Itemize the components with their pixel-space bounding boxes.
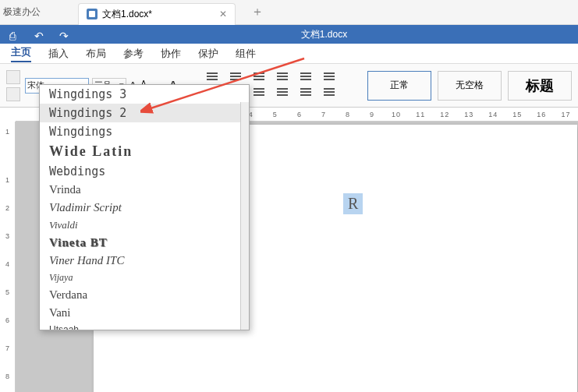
decrease-indent-icon[interactable]: [277, 72, 289, 83]
document-tab-label: 文档1.docx*: [102, 8, 152, 21]
font-option[interactable]: Verdana: [40, 286, 249, 304]
document-tab[interactable]: 文档1.docx* ✕: [78, 3, 236, 25]
font-option[interactable]: Wingdings: [40, 122, 249, 141]
font-option[interactable]: Wingdings 3: [40, 85, 249, 104]
font-option[interactable]: Vijaya: [40, 270, 249, 286]
number-list-icon[interactable]: [230, 72, 243, 83]
font-option[interactable]: Webdings: [40, 162, 249, 181]
font-option[interactable]: Vineta BT: [40, 234, 249, 252]
title-bar: 文档1.docx: [0, 25, 578, 44]
font-option[interactable]: Wide Latin: [40, 141, 249, 162]
undo-icon[interactable]: [34, 29, 45, 40]
print-icon[interactable]: [9, 29, 20, 40]
border-icon[interactable]: [324, 88, 336, 99]
tab-bar: 极速办公 文档1.docx* ✕ ＋: [0, 0, 578, 25]
font-option[interactable]: Vrinda: [40, 181, 249, 199]
app-label: 极速办公: [0, 5, 78, 19]
menu-5[interactable]: 保护: [198, 47, 218, 61]
increase-indent-icon[interactable]: [300, 72, 313, 83]
shading-icon[interactable]: [300, 88, 313, 99]
doc-icon: [87, 9, 98, 19]
font-option[interactable]: Vladimir Script: [40, 199, 249, 217]
style-normal[interactable]: 正常: [367, 71, 431, 101]
font-option[interactable]: Utsaah: [40, 322, 249, 330]
multilevel-list-icon[interactable]: [254, 72, 266, 83]
paragraph-mark-icon[interactable]: [277, 88, 289, 99]
menu-2[interactable]: 布局: [86, 47, 106, 61]
menu-3[interactable]: 参考: [123, 47, 144, 61]
menu-bar: 主页插入布局参考协作保护组件: [0, 44, 578, 64]
menu-1[interactable]: 插入: [48, 47, 69, 61]
redo-icon[interactable]: [59, 29, 70, 40]
menu-0[interactable]: 主页: [11, 45, 31, 62]
line-spacing-icon[interactable]: [324, 72, 336, 83]
format-painter-icon[interactable]: [6, 87, 20, 101]
font-option[interactable]: Vani: [40, 304, 249, 322]
vertical-ruler: 112345678: [0, 122, 16, 392]
menu-6[interactable]: 组件: [236, 47, 256, 61]
bullet-list-icon[interactable]: [207, 72, 219, 83]
style-heading[interactable]: 标题: [508, 71, 572, 101]
style-nospace[interactable]: 无空格: [438, 71, 502, 101]
selected-text[interactable]: R: [343, 193, 363, 214]
font-option[interactable]: Wingdings 2: [40, 104, 249, 122]
add-tab-button[interactable]: ＋: [251, 4, 264, 20]
font-option[interactable]: Vivaldi: [40, 217, 249, 234]
window-title: 文档1.docx: [70, 28, 578, 41]
font-option[interactable]: Viner Hand ITC: [40, 252, 249, 270]
align-right-icon[interactable]: [254, 88, 266, 99]
close-tab-icon[interactable]: ✕: [219, 9, 227, 19]
menu-4[interactable]: 协作: [161, 47, 181, 61]
font-dropdown[interactable]: Wingdings 3Wingdings 2WingdingsWide Lati…: [39, 84, 250, 330]
paste-icon[interactable]: [6, 70, 20, 84]
